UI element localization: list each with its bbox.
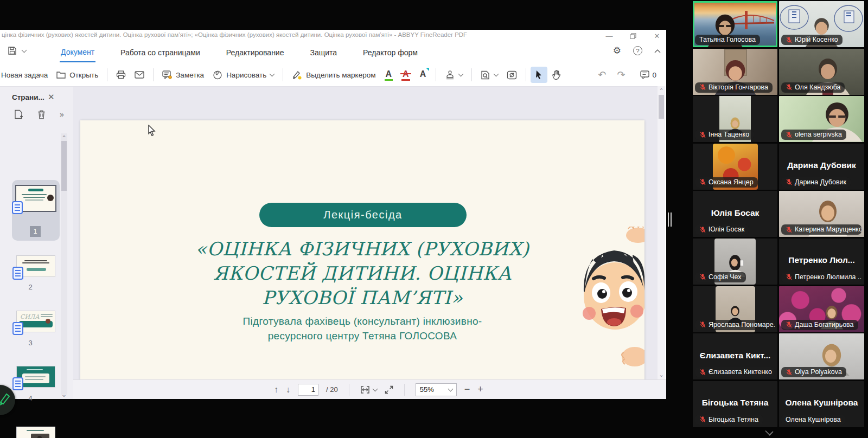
- note-button[interactable]: Заметка: [158, 67, 208, 82]
- pages-panel-close-icon[interactable]: ✕: [48, 92, 55, 102]
- draw-dropdown-chevron-icon: [270, 72, 275, 77]
- menu-document[interactable]: Документ: [60, 43, 95, 62]
- menu-editing[interactable]: Редактирование: [225, 43, 285, 62]
- gallery-scroll-more-chevron[interactable]: [766, 428, 776, 435]
- save-icon[interactable]: [8, 46, 17, 55]
- zoom-level-select[interactable]: 55%: [416, 383, 457, 396]
- muted-mic-icon: [786, 131, 793, 138]
- underline-text-button[interactable]: A: [380, 66, 398, 84]
- select-tool-button[interactable]: [531, 67, 547, 83]
- pointer-arrow-icon: [535, 70, 543, 80]
- strikethrough-text-button[interactable]: A: [397, 66, 414, 84]
- video-tile-dasha-bohatyrova[interactable]: Даша Богатирьова: [779, 286, 864, 332]
- video-tile-bihotska-tetiana[interactable]: Бігоцька Тетяна Бігоцька Тетяна: [693, 381, 777, 427]
- fullscreen-button[interactable]: [385, 385, 393, 394]
- collapse-ribbon-icon[interactable]: [654, 49, 661, 53]
- new-task-button[interactable]: Новая задача: [0, 68, 52, 82]
- zoom-in-button[interactable]: +: [477, 384, 483, 395]
- muted-mic-icon: [786, 36, 793, 43]
- participant-name-label: Оксана Янцер: [695, 177, 758, 188]
- video-tile-yulia-bosak[interactable]: Юлія Босак Юлія Босак: [693, 191, 777, 237]
- menu-protection[interactable]: Защита: [309, 43, 338, 62]
- doc-scroll-down-icon[interactable]: ⌄: [658, 371, 665, 378]
- redo-button[interactable]: ↷: [617, 69, 625, 81]
- participant-name-label: Юлія Босак: [695, 224, 749, 235]
- video-tile-viktoria-goncharova[interactable]: Вікторія Гончарова: [693, 49, 777, 95]
- video-tile-sofia-chekh[interactable]: Софія Чех: [693, 239, 777, 285]
- pages-scrollbar[interactable]: ⌃: [61, 133, 67, 395]
- menu-form-editor[interactable]: Редактор форм: [362, 43, 419, 62]
- document-scrollbar[interactable]: ⌃ ⌄: [658, 86, 665, 379]
- comment-count: 0: [652, 71, 656, 79]
- convert-button[interactable]: [502, 67, 521, 83]
- doc-scroll-up-icon[interactable]: ⌃: [658, 87, 665, 94]
- add-page-icon[interactable]: [14, 110, 23, 119]
- page-note-icon: [12, 201, 23, 214]
- video-tile-olena-serpivska[interactable]: olena serpivska: [779, 96, 864, 142]
- restore-button[interactable]: [628, 31, 638, 40]
- pages-scroll-down-icon[interactable]: ⌄: [60, 390, 68, 398]
- muted-mic-icon: [699, 273, 706, 280]
- panel-more-icon[interactable]: »: [60, 110, 63, 119]
- draw-pencil-icon: [213, 70, 222, 80]
- participant-name-label: Петренко Люлмила ...: [781, 272, 861, 282]
- save-dropdown-chevron-icon[interactable]: [22, 47, 27, 53]
- printer-icon: [116, 70, 126, 79]
- muted-mic-icon: [786, 273, 793, 280]
- page-note-icon: [12, 267, 23, 280]
- settings-gear-icon[interactable]: ⚙: [613, 45, 621, 56]
- stamp-icon: [445, 70, 455, 80]
- zoom-out-button[interactable]: −: [464, 384, 470, 395]
- participant-name-label: Вікторія Гончарова: [695, 82, 773, 93]
- video-tile-petrenko-liudmyla[interactable]: Петренко Люл... Петренко Люлмила ...: [779, 239, 864, 285]
- previous-page-button[interactable]: ↑: [274, 385, 278, 395]
- video-tile-yurii-kosenko[interactable]: Юрій Косенко: [779, 1, 864, 47]
- video-tile-olena-kushnirova[interactable]: Олена Кушнірова Олена Кушнірова: [779, 381, 864, 427]
- hand-tool-button[interactable]: [547, 67, 565, 83]
- video-tile-olia-kandziuba[interactable]: Оля Кандзюба: [779, 49, 864, 95]
- participant-name-label: Інна Таценко: [695, 130, 754, 140]
- search-dropdown-chevron-icon: [494, 72, 499, 77]
- video-tile-olya-polyakova[interactable]: Olya Polyakova: [779, 333, 864, 379]
- pages-scrollbar-thumb[interactable]: [61, 141, 67, 191]
- muted-mic-icon: [699, 83, 706, 91]
- page-number-input[interactable]: [298, 384, 318, 396]
- fit-width-button[interactable]: [360, 386, 377, 394]
- highlighter-icon: [292, 70, 302, 80]
- email-button[interactable]: [130, 68, 149, 82]
- video-tile-oksana-yantser[interactable]: Оксана Янцер: [693, 144, 777, 190]
- page-thumbnail-1[interactable]: 1: [12, 180, 60, 241]
- menu-pages[interactable]: Работа со страницами: [119, 43, 201, 62]
- comments-button[interactable]: 0: [636, 67, 661, 82]
- close-button[interactable]: ✕: [652, 31, 662, 40]
- highlight-button[interactable]: Выделить маркером: [288, 67, 380, 83]
- participant-center-name: Юлія Босак: [693, 208, 777, 218]
- annotation-pencil-icon: [0, 392, 10, 407]
- page-note-icon: [12, 322, 23, 335]
- participant-name-label: Olya Polyakova: [781, 367, 846, 377]
- draw-button[interactable]: Нарисовать: [208, 67, 278, 83]
- search-redact-button[interactable]: [476, 67, 502, 83]
- note-icon: [162, 70, 172, 79]
- video-tile-tatyana-golosova[interactable]: Татьяна Голосова: [693, 1, 777, 47]
- video-tile-yelyzaveta-kyktenko[interactable]: Єлизавета Кикт... Єлизавета Киктенко: [693, 333, 777, 379]
- print-button[interactable]: [112, 67, 130, 82]
- participant-name-label: Татьяна Голосова: [695, 35, 760, 45]
- undo-button[interactable]: ↶: [598, 69, 606, 81]
- next-page-button[interactable]: ↓: [286, 385, 290, 395]
- delete-page-trash-icon[interactable]: [37, 110, 46, 119]
- video-tile-inna-tatsenko[interactable]: Інна Таценко: [693, 96, 777, 142]
- help-icon[interactable]: ?: [633, 46, 642, 55]
- doc-scrollbar-thumb[interactable]: [659, 95, 664, 119]
- window-title: цінка фізичних (рухових) якостей дитини.…: [2, 31, 467, 38]
- panel-resize-handle[interactable]: [668, 212, 673, 227]
- minimize-button[interactable]: —: [604, 31, 614, 40]
- video-tile-daryna-dubovyk[interactable]: Дарина Дубовик Дарина Дубовик: [779, 144, 864, 190]
- mouse-cursor: [148, 125, 156, 136]
- pages-panel: Страни... ✕ » 1: [0, 86, 73, 399]
- insert-text-button[interactable]: A: [414, 66, 432, 84]
- open-button[interactable]: Открыть: [52, 68, 103, 82]
- video-tile-kateryna-marushchenko[interactable]: Катерина Марущенко: [779, 191, 864, 237]
- video-tile-yaroslava-ponomarenko[interactable]: Ярослава Пономаре...: [693, 286, 777, 332]
- stamp-button[interactable]: [441, 67, 467, 83]
